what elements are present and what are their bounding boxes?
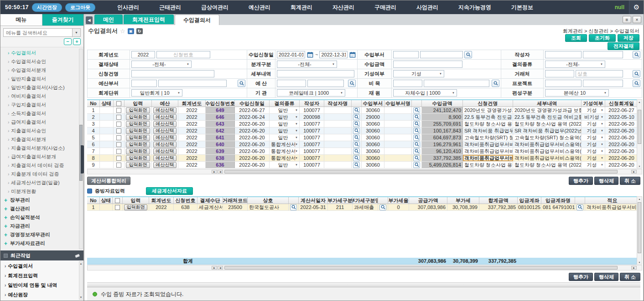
grid2-cell-input[interactable]: 입력화면 — [123, 204, 149, 210]
grid1-cell-s2[interactable] — [412, 121, 422, 127]
calendar-icon[interactable] — [349, 51, 356, 58]
grid1-cell-status[interactable] — [100, 114, 114, 120]
row-checkbox[interactable] — [116, 163, 121, 168]
scroll-right-icon[interactable]: ▶ — [212, 170, 217, 173]
grid1-cell-no[interactable]: 6 — [87, 141, 100, 148]
grid1-cell-no[interactable]: 3 — [87, 121, 100, 127]
tax-invoice-button[interactable]: 세금계산서자료 — [146, 187, 193, 195]
grid1-cell-title[interactable]: 철도차량 청소사업 용역 (2... — [463, 162, 513, 168]
sidebar-item-16[interactable]: ›미분개현황 — [0, 187, 83, 196]
search-icon[interactable] — [413, 135, 420, 141]
sidebar-group-4[interactable]: +경영정보재무관리 — [0, 230, 83, 239]
grid2-cell-supply[interactable]: 307,083,986 — [409, 204, 447, 210]
income-date-to-input[interactable] — [319, 51, 348, 58]
writer-name-input[interactable] — [583, 51, 623, 58]
grid2-row-1[interactable]: 1입력화면2022638세금계산서/...23500한국철도공사2022-05-… — [87, 204, 637, 211]
grid2-cell-vat[interactable]: 30,708,399 — [447, 204, 479, 210]
search-icon[interactable] — [413, 128, 420, 134]
grid1-cell-detail[interactable]: 철도차량 청소사업 용역 (2022년 5월) 방역 — [513, 121, 582, 127]
search-icon[interactable] — [353, 121, 360, 127]
grid2-cell-vendor_code[interactable]: 23500 — [223, 204, 248, 210]
grid1-cell-req_date[interactable]: 2022-06-20 — [235, 134, 270, 141]
grid1-cell-writer_name[interactable] — [324, 148, 352, 154]
vendor-search-button[interactable] — [633, 70, 640, 77]
scroll-right-icon[interactable]: ▶ — [631, 266, 637, 270]
grid1-cell-s2[interactable] — [412, 162, 422, 168]
row-checkbox[interactable] — [115, 205, 120, 210]
search-icon[interactable] — [379, 204, 386, 210]
horizontal-scrollbar[interactable]: ▶ ◀ ▶ — [87, 169, 642, 174]
grid1-cell-chk[interactable] — [114, 107, 125, 113]
tab-favorites[interactable]: 즐겨찾기 — [42, 14, 84, 26]
grid1-cell-dept_name[interactable] — [384, 155, 412, 161]
row-checkbox[interactable] — [116, 108, 121, 113]
add-row-button[interactable]: 행추가 — [569, 177, 593, 185]
grid1-cell-req_date[interactable]: 2022-06-20 — [235, 148, 270, 154]
grid2-col-vendor_code[interactable]: 거래처코드 — [223, 197, 248, 204]
grid1-cell-dept[interactable]: 30060 — [362, 121, 384, 127]
grid1-cell-dept[interactable]: 30060 — [362, 134, 384, 141]
grid1-cell-chk[interactable] — [114, 128, 125, 134]
grid1-cell-dept[interactable]: 30060 — [362, 155, 384, 161]
grid2-col-supply[interactable]: 공급가액 — [409, 197, 447, 204]
sidebar-item-12[interactable]: ›급여지출결의서분개 — [0, 153, 83, 161]
tab-scroll-left-button[interactable]: ◀ — [86, 16, 93, 24]
sidebar-item-14[interactable]: ›지출분개 데이터 검증 — [0, 170, 83, 179]
grid1-cell-req_date[interactable]: 2022-06-20 — [235, 155, 270, 161]
grid2-col-year[interactable]: 회계년도 — [149, 197, 174, 204]
grid1-cell-budget[interactable]: 예산선택 — [152, 162, 178, 168]
grid1-cell-year[interactable]: 2022 — [178, 162, 206, 168]
search-icon[interactable] — [353, 135, 360, 141]
close-tab-button[interactable]: × — [633, 16, 641, 23]
grid1-cell-input[interactable]: 입력화면 — [125, 155, 152, 161]
grid1-cell-s1[interactable] — [352, 121, 362, 127]
approval-status-select[interactable]: -전체-▼ — [131, 61, 192, 68]
grid1-cell-completion[interactable]: 기성▼ — [582, 107, 605, 113]
recent-item-2[interactable]: ›일반이체 연동 및 내역 — [0, 281, 83, 290]
collapse-all-button[interactable]: − — [64, 38, 72, 45]
grid1-cell-status[interactable] — [100, 134, 114, 141]
grid2-cell-status[interactable] — [100, 204, 113, 210]
grid2-cell-s3[interactable] — [575, 204, 585, 210]
topbar-menu-4[interactable]: 회계관리 — [280, 4, 322, 11]
scrollbar-thumb[interactable] — [224, 170, 618, 173]
grid1-cell-amount[interactable]: 96,120,410 — [422, 148, 463, 154]
grid1-cell-dept_name[interactable] — [384, 121, 412, 127]
fiscal-year-input[interactable] — [131, 51, 155, 58]
grid1-cell-completion[interactable]: 기성▼ — [582, 148, 605, 154]
grid1-col-year[interactable]: 회계년도 — [178, 100, 206, 107]
row-checkbox[interactable] — [116, 115, 121, 120]
grid1-cell-dept[interactable]: 30060 — [362, 107, 384, 113]
grid2-col-req_no[interactable]: 신청번호 — [174, 197, 197, 204]
grid1-cell-chk[interactable] — [114, 148, 125, 154]
grid1-cell-dept[interactable]: 29000 — [362, 114, 384, 120]
grid1-cell-type[interactable]: 통합계산서▼ — [270, 148, 300, 154]
input-screen-button[interactable]: 입력화면 — [126, 107, 150, 113]
grid1-cell-req_no[interactable]: 641 — [206, 134, 235, 141]
grid1-col-s1[interactable] — [352, 100, 362, 107]
grid1-cell-type[interactable]: 통합계산서▼ — [270, 155, 300, 161]
grid1-cell-title[interactable]: SR 객차비품 취급업무(202... — [463, 128, 513, 134]
grid1-col-chk[interactable] — [114, 100, 125, 107]
expense-item-name-input[interactable] — [424, 80, 489, 87]
grid1-cell-input[interactable]: 입력화면 — [125, 114, 152, 120]
grid2-col-payment[interactable]: 결제수단 — [197, 197, 223, 204]
grid1-cell-writer[interactable]: 200098 — [300, 114, 324, 120]
sidebar-collapse-handle[interactable] — [81, 145, 84, 173]
grid1-cell-req_no[interactable]: 636 — [206, 162, 235, 168]
grid1-cell-amount[interactable]: 337,792,385 — [422, 155, 463, 161]
grid1-cell-amount[interactable]: 255,709,691 — [422, 121, 463, 127]
grid1-cell-type[interactable]: 일반▼ — [270, 121, 300, 127]
request-no-input[interactable] — [156, 51, 210, 58]
grid2-cell-vat_code[interactable]: 211 — [328, 204, 353, 210]
sidebar-item-3[interactable]: ›일반지출결의서 — [0, 75, 83, 83]
grid1-cell-writer_name[interactable] — [324, 107, 352, 113]
grid1-cell-acct_date[interactable]: 2022-06-20 — [605, 141, 637, 148]
grid2-col-s1[interactable] — [289, 197, 299, 204]
grid1-row-6[interactable]: 6입력화면예산선택20226402022-06-20통합계산서▼10007730… — [87, 141, 637, 148]
row-checkbox[interactable] — [116, 142, 121, 147]
sidebar-item-11[interactable]: ›지출결의서분개(사업소) — [0, 144, 83, 153]
grid1-cell-year[interactable]: 2022 — [178, 134, 206, 141]
grid2-col-s3[interactable] — [575, 197, 585, 204]
grid1-cell-writer[interactable]: 100077 — [300, 121, 324, 127]
